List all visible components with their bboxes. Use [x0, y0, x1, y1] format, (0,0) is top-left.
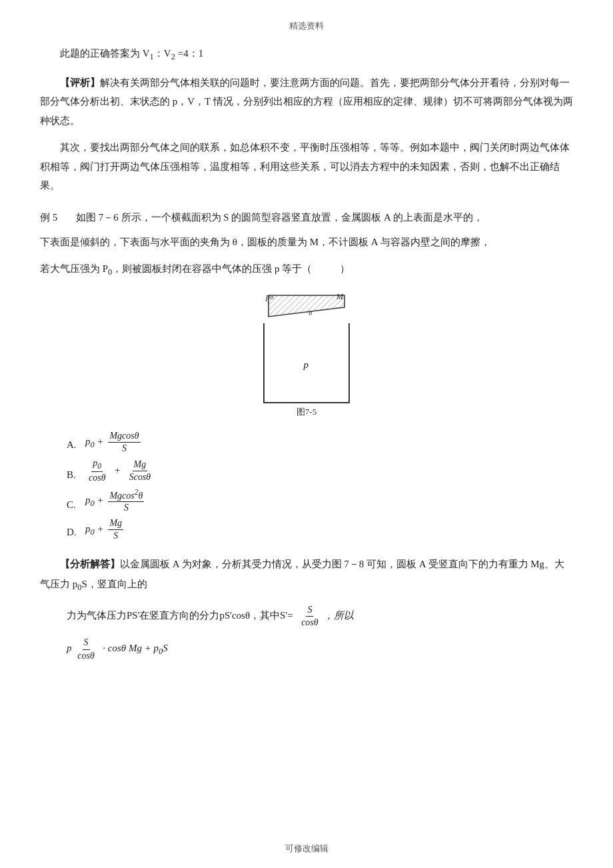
- comment-section: 【评析】解决有关两部分气体相关联的问题时，要注意两方面的问题。首先，要把两部分气…: [40, 73, 573, 131]
- option-a-text: p0 + Mgcosθ S: [85, 430, 143, 455]
- example-block: 例 5 如图 7－6 所示，一个横截面积为 S 的圆筒型容器竖直放置，金属圆板 …: [40, 207, 573, 227]
- option-c: C. p0 + Mgcos2θ S: [67, 487, 573, 515]
- option-a: A. p0 + Mgcosθ S: [67, 430, 573, 455]
- svg-marker-1: [269, 295, 344, 317]
- math-line1-text: 力为气体压力PS'在竖直方向的分力pS'cosθ，其中S'=: [67, 610, 295, 621]
- analysis-title: 【分析解答】: [60, 559, 120, 569]
- math-line2-text: p S cosθ · cosθ Mg + p0S: [67, 643, 168, 653]
- diagram-p-label: p: [304, 359, 309, 371]
- diagram-box: p: [263, 323, 350, 403]
- page-footer: 可修改编辑: [0, 843, 613, 855]
- comment-title: 【评析】: [60, 77, 100, 88]
- math-line1: 力为气体压力PS'在竖直方向的分力pS'cosθ，其中S'= S cosθ ，所…: [67, 604, 573, 629]
- footer-label: 可修改编辑: [285, 843, 328, 853]
- option-c-letter: C.: [67, 495, 85, 515]
- page-header: 精选资料: [40, 20, 573, 32]
- option-b-letter: B.: [67, 465, 85, 485]
- comment-text2: 其次，要找出两部分气体之间的联系，如总体积不变，平衡时压强相等，等等。例如本题中…: [40, 142, 570, 191]
- example-text3: 若大气压强为 P0，则被圆板封闭在容器中气体的压强 p 等于（ ）: [40, 263, 350, 274]
- comment-text: 解决有关两部分气体相关联的问题时，要注意两方面的问题。首先，要把两部分气体分开看…: [40, 77, 573, 126]
- diagram-container: p₀ M θ p 图7-5: [40, 293, 573, 418]
- option-c-text: p0 + Mgcos2θ S: [85, 487, 146, 515]
- option-b: B. p0 cosθ + Mg Scosθ: [67, 457, 573, 484]
- example-title: 例 5: [40, 212, 57, 223]
- svg-text:θ: θ: [308, 309, 312, 317]
- diagram-svg: p₀ M θ: [263, 293, 350, 321]
- answer-text: 此题的正确答案为 V1：V2 =4：1: [60, 48, 203, 59]
- example-text: 如图 7－6 所示，一个横截面积为 S 的圆筒型容器竖直放置，金属圆板 A 的上…: [76, 212, 483, 223]
- example-text2: 下表面是倾斜的，下表面与水平面的夹角为 θ，圆板的质量为 M，不计圆板 A 与容…: [40, 237, 490, 247]
- svg-text:M: M: [336, 293, 344, 301]
- options-block: A. p0 + Mgcosθ S B. p0 cosθ + Mg Scosθ C…: [67, 430, 573, 542]
- option-d: D. p0 + Mg S: [67, 517, 573, 542]
- math-line1-after: ，所以: [324, 610, 354, 621]
- math-line2: p S cosθ · cosθ Mg + p0S: [67, 637, 573, 661]
- option-d-text: p0 + Mg S: [85, 517, 125, 542]
- option-d-letter: D.: [67, 522, 85, 542]
- answer-line: 此题的正确答案为 V1：V2 =4：1: [40, 44, 573, 65]
- header-label: 精选资料: [289, 21, 324, 31]
- example-text2-block: 下表面是倾斜的，下表面与水平面的夹角为 θ，圆板的质量为 M，不计圆板 A 与容…: [40, 233, 573, 252]
- svg-text:p₀: p₀: [265, 293, 274, 301]
- diagram-label: 图7-5: [297, 406, 316, 418]
- option-a-letter: A.: [67, 435, 85, 455]
- math-fraction1: S cosθ: [300, 604, 320, 629]
- analysis-section: 【分析解答】以金属圆板 A 为对象，分析其受力情况，从受力图 7－8 可知，圆板…: [40, 554, 573, 596]
- option-b-text: p0 cosθ + Mg Scosθ: [85, 457, 154, 484]
- comment-section2: 其次，要找出两部分气体之间的联系，如总体积不变，平衡时压强相等，等等。例如本题中…: [40, 138, 573, 195]
- example-text3-block: 若大气压强为 P0，则被圆板封闭在容器中气体的压强 p 等于（ ）: [40, 259, 573, 281]
